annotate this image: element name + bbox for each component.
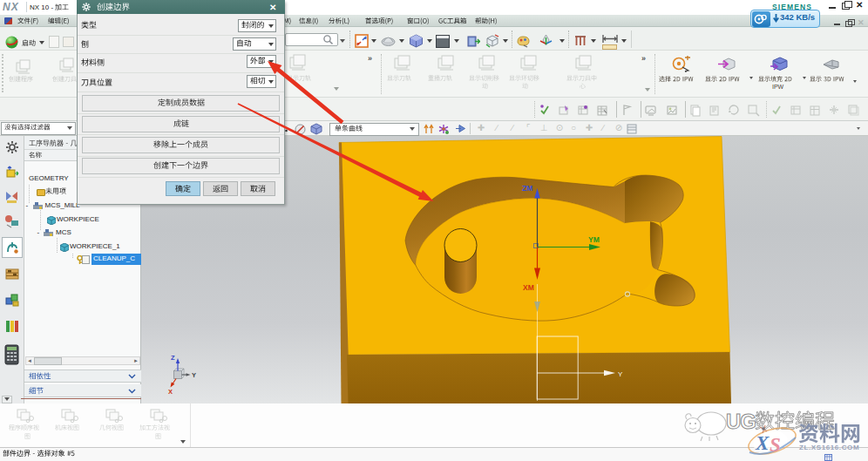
svg-text:XM: XM — [523, 283, 534, 292]
svg-text:Z: Z — [171, 354, 175, 362]
svg-text:YM: YM — [588, 235, 600, 244]
svg-text:Y: Y — [618, 370, 623, 378]
svg-text:X: X — [168, 388, 173, 396]
svg-text:S: S — [770, 434, 781, 456]
svg-text:Y: Y — [192, 371, 196, 379]
svg-text:ZM: ZM — [522, 184, 532, 193]
svg-text:X: X — [755, 432, 770, 454]
